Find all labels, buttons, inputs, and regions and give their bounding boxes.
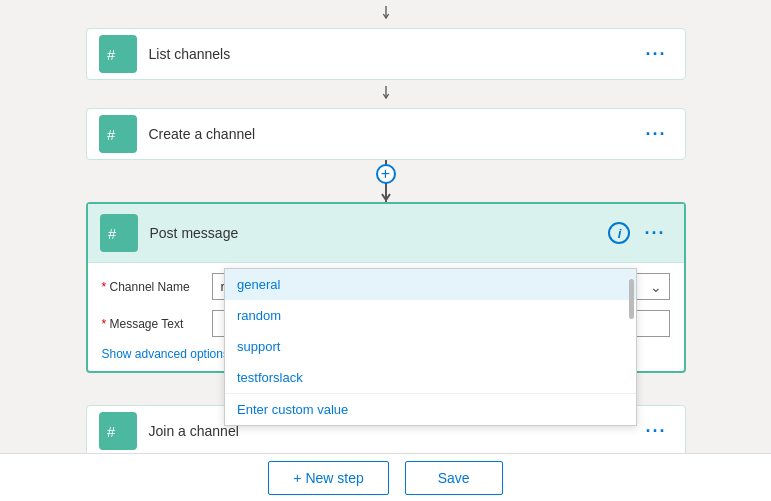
post-message-icon: # [100,214,138,252]
connector-arrow-top [378,0,394,28]
message-text-required: * [102,317,110,331]
bottom-toolbar: + New step Save [0,453,771,501]
dropdown-scrollbar [629,279,634,319]
channel-name-required: * [102,280,110,294]
info-button[interactable]: i [608,222,630,244]
dropdown-option-general[interactable]: general [225,269,636,300]
list-channels-card: # List channels ··· [86,28,686,80]
dropdown-option-random[interactable]: random [225,300,636,331]
add-step-between-button[interactable]: + [376,164,396,184]
svg-text:#: # [107,127,116,143]
dropdown-option-support[interactable]: support [225,331,636,362]
list-channels-icon: # [99,35,137,73]
new-step-button[interactable]: + New step [268,461,388,495]
create-channel-card: # Create a channel ··· [86,108,686,160]
connector-arrow-1 [378,80,394,108]
post-message-menu[interactable]: ··· [638,219,671,248]
dropdown-option-testforslack[interactable]: testforslack [225,362,636,393]
join-channel-icon: # [99,412,137,450]
create-channel-menu[interactable]: ··· [639,120,672,149]
svg-text:#: # [107,424,116,440]
create-channel-icon: # [99,115,137,153]
create-channel-title: Create a channel [149,126,640,142]
svg-text:#: # [107,47,116,63]
message-text-label: * Message Text [102,317,212,331]
join-channel-menu[interactable]: ··· [639,417,672,446]
list-channels-title: List channels [149,46,640,62]
list-channels-menu[interactable]: ··· [639,40,672,69]
svg-text:#: # [108,226,117,242]
show-advanced-label: Show advanced options [102,347,229,361]
post-message-title: Post message [150,225,609,241]
save-button[interactable]: Save [405,461,503,495]
post-message-header: # Post message i ··· [88,204,684,263]
channel-name-label: * Channel Name [102,280,212,294]
channel-dropdown-list: general random support testforslack Ente… [224,268,637,426]
dropdown-option-custom[interactable]: Enter custom value [225,393,636,425]
